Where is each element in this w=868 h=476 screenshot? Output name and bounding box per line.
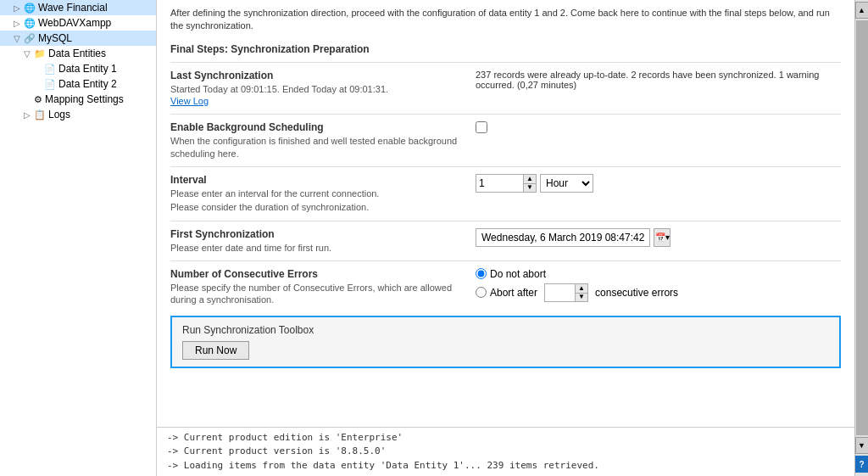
spin-down-button[interactable]: ▼ [524, 183, 536, 192]
sidebar-item-mysql[interactable]: ▽ 🔗 MySQL [0, 31, 156, 46]
file-icon: 📄 [44, 64, 56, 75]
last-sync-label: Last Synchronization Started Today at 09… [170, 70, 476, 108]
first-sync-section: First Synchronization Please enter date … [170, 221, 841, 260]
web-icon: 🌐 [24, 18, 36, 29]
bg-scheduling-checkbox[interactable] [476, 121, 487, 133]
bg-scheduling-section: Enable Background Scheduling When the co… [170, 114, 841, 166]
sidebar-item-webdav[interactable]: ▷ 🌐 WebDAVXampp [0, 15, 156, 31]
expand-icon: ▷ [24, 110, 34, 120]
abort-after-radio[interactable] [476, 287, 487, 298]
first-sync-desc: Please enter date and time for first run… [170, 242, 476, 254]
expand-icon [24, 95, 34, 104]
date-value: Wednesday, 6 March 2019 08:47:42 [481, 232, 644, 244]
interval-title: Interval [170, 174, 476, 186]
sidebar-item-data-entity-1[interactable]: 📄 Data Entity 1 [0, 61, 156, 76]
errors-spin-up[interactable]: ▲ [576, 284, 587, 293]
db-icon: 🔗 [24, 33, 36, 44]
toolbox-section: Run Synchronization Toolbox Run Now [170, 316, 841, 368]
settings-icon: ⚙ [34, 94, 42, 105]
errors-spinner: ▲ ▼ [544, 283, 588, 302]
file-icon: 📄 [44, 79, 56, 90]
errors-radio-group: Do not abort Abort after ▲ ▼ consecuti [476, 268, 678, 302]
errors-spin-buttons: ▲ ▼ [575, 284, 587, 301]
web-icon: 🌐 [24, 3, 36, 14]
last-sync-desc: Started Today at 09:01:15. Ended Today a… [170, 83, 476, 95]
sidebar-label: MySQL [38, 32, 72, 44]
log-line-2: -> Current product version is '8.8.5.0' [167, 445, 844, 459]
sidebar-item-logs[interactable]: ▷ 📋 Logs [0, 107, 156, 122]
sidebar-label: Data Entity 1 [58, 63, 117, 75]
consecutive-errors-control: Do not abort Abort after ▲ ▼ consecuti [476, 268, 841, 302]
interval-spinner: ▲ ▼ [476, 174, 537, 193]
interval-unit-dropdown[interactable]: Hour Minute Day Week Month [540, 174, 593, 193]
log-line-3: -> Loading items from the data entity 'D… [167, 459, 844, 473]
consecutive-errors-label: Number of Consecutive Errors Please spec… [170, 268, 476, 306]
sidebar-label: WebDAVXampp [38, 17, 111, 29]
interval-desc1: Please enter an interval for the current… [170, 188, 476, 199]
do-not-abort-radio[interactable] [476, 268, 487, 279]
sync-status-text: 237 records were already up-to-date. 2 r… [476, 70, 841, 90]
interval-desc2: Please consider the duration of synchron… [170, 201, 476, 213]
last-sync-status: 237 records were already up-to-date. 2 r… [476, 70, 841, 90]
expand-icon: ▽ [14, 34, 24, 43]
final-steps-title: Final Steps: Synchronization Preparation [170, 43, 841, 55]
sidebar-label: Mapping Settings [45, 93, 124, 105]
consecutive-errors-title: Number of Consecutive Errors [170, 268, 476, 280]
consecutive-errors-desc: Please specify the number of Consecutive… [170, 282, 476, 306]
expand-icon: ▽ [24, 49, 34, 59]
do-not-abort-row: Do not abort [476, 268, 678, 280]
help-button[interactable]: ? [855, 456, 869, 473]
interval-input[interactable] [476, 175, 523, 192]
log-line-1: -> Current product edition is 'Enterpris… [167, 431, 844, 445]
sidebar-label: Wave Financial [38, 2, 108, 14]
spin-up-button[interactable]: ▲ [524, 175, 536, 183]
sidebar-label: Logs [48, 109, 70, 120]
bg-scheduling-control [476, 121, 841, 133]
first-sync-control: Wednesday, 6 March 2019 08:47:42 📅▾ [476, 228, 841, 247]
scrollbar-thumb [856, 20, 868, 435]
calendar-icon: 📅▾ [655, 232, 670, 242]
errors-count-input[interactable] [545, 284, 575, 301]
logs-icon: 📋 [34, 109, 46, 120]
expand-icon: ▷ [14, 3, 24, 13]
last-sync-title: Last Synchronization [170, 70, 476, 81]
abort-after-label: Abort after [490, 287, 537, 299]
expand-icon [34, 64, 44, 74]
expand-icon [34, 80, 44, 89]
consecutive-errors-section: Number of Consecutive Errors Please spec… [170, 260, 841, 313]
bg-scheduling-desc: When the configuration is finished and w… [170, 135, 476, 160]
sidebar-item-data-entities[interactable]: ▽ 📁 Data Entities [0, 46, 156, 61]
bg-scheduling-title: Enable Background Scheduling [170, 121, 476, 133]
first-sync-label: First Synchronization Please enter date … [170, 228, 476, 254]
date-display: Wednesday, 6 March 2019 08:47:42 [476, 228, 650, 247]
right-panel: ▲ ▼ ? [854, 0, 868, 476]
main-panel: After defining the synchronization direc… [157, 0, 854, 476]
first-sync-title: First Synchronization [170, 228, 476, 240]
interval-control: ▲ ▼ Hour Minute Day Week Month [476, 174, 841, 193]
content-area: After defining the synchronization direc… [157, 0, 854, 427]
scroll-down-button[interactable]: ▼ [855, 437, 869, 454]
spin-buttons: ▲ ▼ [523, 175, 536, 192]
scroll-up-button[interactable]: ▲ [855, 2, 869, 19]
sidebar-item-data-entity-2[interactable]: 📄 Data Entity 2 [0, 76, 156, 92]
bg-scheduling-label: Enable Background Scheduling When the co… [170, 121, 476, 160]
sidebar-item-mapping[interactable]: ⚙ Mapping Settings [0, 92, 156, 107]
expand-icon: ▷ [14, 19, 24, 28]
intro-text: After defining the synchronization direc… [170, 7, 841, 33]
sidebar-label: Data Entity 2 [58, 78, 117, 90]
folder-icon: 📁 [34, 48, 46, 59]
toolbox-title: Run Synchronization Toolbox [182, 324, 829, 336]
run-now-button[interactable]: Run Now [182, 341, 249, 360]
do-not-abort-label: Do not abort [490, 268, 546, 280]
calendar-button[interactable]: 📅▾ [654, 228, 670, 247]
sidebar-item-wave-financial[interactable]: ▷ 🌐 Wave Financial [0, 0, 156, 15]
consecutive-errors-suffix: consecutive errors [595, 287, 678, 299]
view-log-link[interactable]: View Log [170, 96, 209, 106]
interval-section: Interval Please enter an interval for th… [170, 166, 841, 221]
log-area: -> Current product edition is 'Enterpris… [157, 427, 854, 477]
last-sync-section: Last Synchronization Started Today at 09… [170, 62, 841, 115]
errors-spin-down[interactable]: ▼ [576, 293, 587, 301]
sidebar-label: Data Entities [48, 48, 106, 59]
sidebar: ▷ 🌐 Wave Financial ▷ 🌐 WebDAVXampp ▽ 🔗 M… [0, 0, 157, 476]
abort-after-row: Abort after ▲ ▼ consecutive errors [476, 283, 678, 302]
